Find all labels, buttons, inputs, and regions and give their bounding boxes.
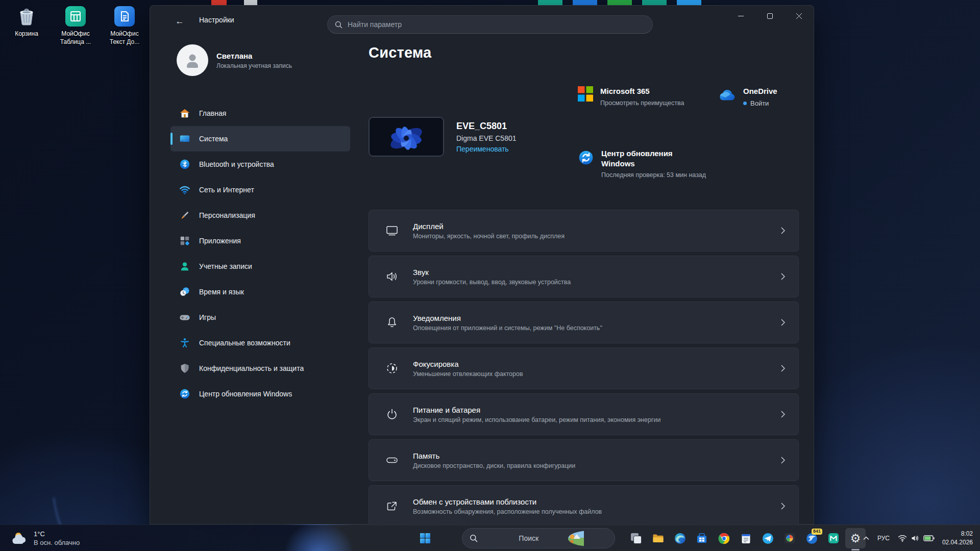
nearby-share-icon — [384, 499, 400, 513]
display-icon — [384, 224, 400, 237]
chevron-right-icon — [781, 365, 785, 372]
update-subtitle: Последняя проверка: 53 мин назад — [601, 171, 708, 180]
sidebar-item-home[interactable]: Главная — [170, 101, 350, 126]
card-focus[interactable]: Фокусировка Уменьшение отвлекающих факто… — [369, 347, 799, 389]
sidebar-item-accounts[interactable]: Учетные записи — [170, 254, 350, 279]
chrome-icon[interactable] — [714, 528, 734, 548]
update-title: Центр обновления Windows — [601, 148, 698, 168]
search-icon — [335, 21, 342, 29]
sidebar-item-personalization[interactable]: Персонализация — [170, 203, 350, 228]
chevron-right-icon — [781, 319, 785, 326]
myoffice-text-icon — [113, 5, 136, 28]
main-content: Система — [369, 6, 799, 524]
sidebar-nav: Главная Система Bluetooth и устройства С… — [170, 101, 350, 407]
card-storage[interactable]: Память Дисковое пространство, диски, пра… — [369, 439, 799, 481]
thunderbird-icon[interactable]: 841 — [801, 528, 822, 548]
card-nearby-sharing[interactable]: Обмен с устройствами поблизости Возможно… — [369, 485, 799, 527]
bluetooth-icon — [179, 158, 191, 170]
onedrive-signin-link[interactable]: Войти — [750, 99, 769, 107]
avatar — [177, 44, 208, 76]
onedrive-icon — [718, 89, 736, 107]
microsoft-365-icon — [578, 86, 593, 107]
storage-icon — [384, 454, 400, 467]
tray-status-icons[interactable] — [894, 528, 938, 548]
profile-type: Локальная учетная запись — [216, 62, 292, 69]
myoffice-table-icon — [64, 5, 87, 28]
card-notifications[interactable]: Уведомления Оповещения от приложений и с… — [369, 302, 799, 343]
sidebar-item-system[interactable]: Система — [170, 126, 350, 152]
wifi-tray-icon — [898, 535, 907, 542]
card-display[interactable]: Дисплей Мониторы, яркость, ночной свет, … — [369, 210, 799, 252]
device-wallpaper-thumbnail — [369, 117, 444, 157]
chevron-right-icon — [781, 457, 785, 464]
sidebar-item-apps[interactable]: Приложения — [170, 228, 350, 254]
taskbar-search[interactable]: Поиск — [462, 528, 615, 548]
profile-name: Светлана — [216, 52, 292, 60]
myoffice-app-icon[interactable] — [823, 528, 844, 548]
back-button[interactable]: ← — [169, 14, 190, 29]
onedrive-promo[interactable]: OneDrive Войти — [718, 86, 804, 107]
signin-dot — [743, 102, 747, 105]
sidebar-item-windows-update[interactable]: Центр обновления Windows — [170, 381, 350, 407]
windows-update-icon — [578, 149, 594, 180]
desktop: Корзина МойОфисТаблица ... — [0, 0, 980, 551]
bell-icon — [384, 316, 400, 329]
edge-icon[interactable] — [670, 528, 690, 548]
tray-date: 02.04.2026 — [942, 538, 973, 547]
background-window-icons — [0, 0, 980, 5]
sidebar-item-bluetooth-devices[interactable]: Bluetooth и устройства — [170, 152, 350, 177]
sidebar-item-network[interactable]: Сеть и Интернет — [170, 177, 350, 203]
windows-update-promo[interactable]: Центр обновления Windows Последняя прове… — [578, 148, 710, 180]
start-button[interactable] — [415, 528, 435, 548]
sidebar-item-gaming[interactable]: Игры — [170, 305, 350, 330]
desktop-icon-label: Корзина — [15, 30, 38, 38]
device-model: Digma EVE C5801 — [456, 134, 517, 142]
battery-tray-icon — [923, 535, 935, 541]
system-icon — [179, 133, 191, 145]
wifi-icon — [179, 184, 191, 196]
chevron-right-icon — [781, 273, 785, 280]
apps-icon — [179, 235, 191, 247]
device-name: EVE_C5801 — [456, 121, 517, 132]
chevron-right-icon — [781, 411, 785, 418]
power-icon — [384, 408, 400, 421]
onedrive-title: OneDrive — [743, 86, 777, 96]
desktop-icon-myoffice-table[interactable]: МойОфисТаблица ... — [51, 5, 100, 46]
desktop-icon-recycle-bin[interactable]: Корзина — [2, 5, 51, 46]
language-indicator[interactable]: РУС — [873, 528, 894, 548]
m365-title: Microsoft 365 — [600, 86, 684, 96]
search-icon — [470, 534, 513, 542]
windows-update-icon — [179, 388, 191, 400]
card-power-battery[interactable]: Питание и батарея Экран и спящий режим, … — [369, 393, 799, 435]
desktop-icon-label: МойОфисТекст До... — [110, 30, 139, 46]
microsoft-365-promo[interactable]: Microsoft 365 Просмотреть преимущества — [578, 86, 684, 107]
accessibility-icon — [179, 337, 191, 349]
photos-app-icon[interactable] — [779, 528, 800, 548]
hidden-icons-chevron[interactable] — [860, 528, 873, 548]
focus-icon — [384, 362, 400, 375]
notepad-icon[interactable] — [736, 528, 756, 548]
time-language-icon — [179, 286, 191, 298]
taskbar-search-label: Поиск — [519, 534, 562, 542]
messenger-app-icon[interactable] — [757, 528, 778, 548]
task-view-icon[interactable] — [626, 528, 646, 548]
tray-time: 8:02 — [942, 530, 973, 538]
sidebar-item-accessibility[interactable]: Специальные возможности — [170, 330, 350, 356]
microsoft-store-icon[interactable] — [692, 528, 712, 548]
card-sound[interactable]: Звук Уровни громкости, вывод, ввод, звук… — [369, 256, 799, 297]
sidebar-item-time-language[interactable]: Время и язык — [170, 279, 350, 305]
file-explorer-icon[interactable] — [648, 528, 668, 548]
sidebar-item-privacy[interactable]: Конфиденциальность и защита — [170, 356, 350, 381]
rename-link[interactable]: Переименовать — [456, 145, 517, 153]
taskbar-center: Поиск — [0, 525, 980, 551]
chevron-right-icon — [781, 503, 785, 510]
clock[interactable]: 8:02 02.04.2026 — [938, 528, 977, 548]
account-profile[interactable]: Светлана Локальная учетная запись — [177, 44, 345, 76]
page-title: Система — [369, 44, 431, 61]
device-info: EVE_C5801 Digma EVE C5801 Переименовать — [369, 117, 517, 157]
desktop-icon-myoffice-text[interactable]: МойОфисТекст До... — [100, 5, 149, 46]
volume-tray-icon — [911, 535, 919, 542]
accounts-icon — [179, 260, 191, 272]
desktop-icon-label: МойОфисТаблица ... — [60, 30, 91, 46]
paintbrush-icon — [179, 209, 191, 221]
